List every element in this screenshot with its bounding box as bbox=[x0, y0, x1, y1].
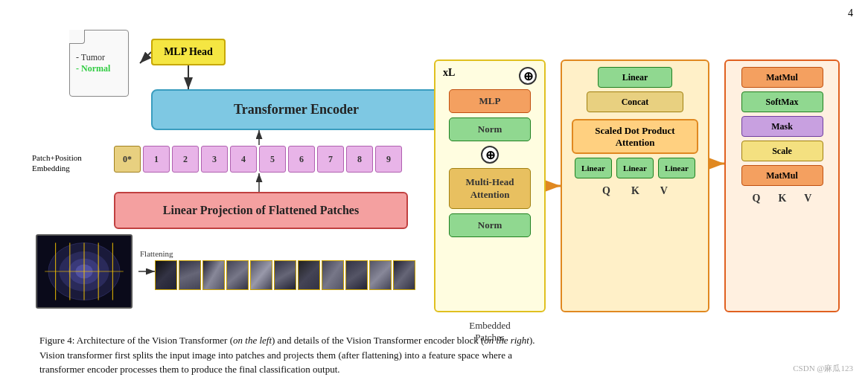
patches-row: 0* 1 2 3 4 5 6 7 8 9 bbox=[114, 146, 402, 173]
linear-projection-label: Linear Projection of Flattened Patches bbox=[163, 204, 359, 217]
linear-projection-box: Linear Projection of Flattened Patches bbox=[114, 192, 408, 229]
rd-q-label: Q bbox=[753, 193, 761, 205]
rd-matmul1: MatMul bbox=[741, 67, 823, 88]
patch-6: 6 bbox=[288, 146, 315, 173]
transformer-encoder-box: Transformer Encoder bbox=[151, 89, 441, 130]
page-number: 4 bbox=[848, 7, 853, 19]
doc-normal-text: - Normal bbox=[76, 63, 110, 74]
rd-qkv-row: Q K V bbox=[753, 193, 812, 205]
transformer-encoder-label: Transformer Encoder bbox=[234, 102, 359, 117]
flat-patch-6 bbox=[274, 260, 296, 290]
brain-image bbox=[36, 234, 133, 309]
plus-circle-top: ⊕ bbox=[519, 67, 537, 85]
mlp-head-label: MLP Head bbox=[164, 46, 213, 58]
enc-mlp-box: MLP bbox=[449, 89, 531, 113]
patch-2: 2 bbox=[172, 146, 199, 173]
flat-patch-9 bbox=[345, 260, 368, 290]
enc-mha-box: Multi-Head Attention bbox=[449, 168, 531, 209]
patch-4: 4 bbox=[230, 146, 257, 173]
flat-patch-10 bbox=[369, 260, 392, 290]
caption-text-1: Figure 4: Architecture of the Vision Tra… bbox=[39, 335, 233, 346]
sdpa-linear-top: Linear bbox=[598, 67, 672, 88]
diagram-area: - Tumor - Normal MLP Head Transformer En… bbox=[25, 15, 843, 327]
document-icon: - Tumor - Normal bbox=[69, 30, 129, 97]
rd-softmax: SoftMax bbox=[741, 91, 823, 112]
patch-9: 9 bbox=[375, 146, 402, 173]
caption-italic-1: on the left bbox=[233, 335, 272, 346]
embedded-patches-label: EmbeddedPatches bbox=[445, 320, 534, 344]
patch-position-label: Patch+PositionEmbedding bbox=[32, 152, 106, 174]
flat-patch-2 bbox=[179, 260, 201, 290]
encoder-detail-box: xL ⊕ MLP Norm ⊕ Multi-Head Attention Nor… bbox=[434, 59, 546, 312]
flattening-label: Flattening bbox=[140, 249, 173, 258]
sdpa-box: Linear Concat Scaled Dot ProductAttentio… bbox=[561, 59, 709, 312]
patch-7: 7 bbox=[317, 146, 344, 173]
doc-tumor-text: - Tumor bbox=[76, 52, 105, 63]
caption-line2: Vision transformer first splits the inpu… bbox=[39, 348, 829, 363]
patch-3: 3 bbox=[201, 146, 228, 173]
sdpa-k-label: K bbox=[631, 185, 639, 197]
flat-patch-11 bbox=[393, 260, 415, 290]
rd-v-label: V bbox=[804, 193, 811, 205]
xl-label: xL bbox=[443, 67, 455, 79]
mlp-head-box: MLP Head bbox=[151, 39, 226, 65]
figure-caption: Figure 4: Architecture of the Vision Tra… bbox=[39, 333, 829, 377]
rd-scale: Scale bbox=[741, 141, 823, 161]
sdpa-linear-q: Linear bbox=[575, 158, 612, 178]
flat-patch-8 bbox=[322, 260, 344, 290]
patch-5: 5 bbox=[259, 146, 286, 173]
sdpa-linear-row: Linear Linear Linear bbox=[575, 158, 695, 178]
svg-line-3 bbox=[140, 52, 151, 63]
rd-k-label: K bbox=[778, 193, 786, 205]
enc-norm2-box: Norm bbox=[449, 213, 531, 237]
flat-patch-4 bbox=[226, 260, 249, 290]
right-detail-box: MatMul SoftMax Mask Scale MatMul Q K V bbox=[724, 59, 840, 312]
sdpa-title-text: Scaled Dot ProductAttention bbox=[572, 119, 698, 154]
rd-mask: Mask bbox=[741, 116, 823, 137]
sdpa-linear-v: Linear bbox=[658, 158, 695, 178]
patch-1: 1 bbox=[143, 146, 170, 173]
sdpa-linear-k: Linear bbox=[616, 158, 654, 178]
flat-patch-7 bbox=[298, 260, 320, 290]
sdpa-concat-box: Concat bbox=[587, 91, 683, 112]
watermark: CSDN @麻瓜123 bbox=[793, 363, 853, 374]
patch-8: 8 bbox=[346, 146, 373, 173]
flat-patch-1 bbox=[155, 260, 177, 290]
sdpa-v-label: V bbox=[660, 185, 668, 197]
patch-0: 0* bbox=[114, 146, 141, 173]
enc-norm1-box: Norm bbox=[449, 117, 531, 141]
flat-patch-5 bbox=[250, 260, 272, 290]
caption-line3: transformer encoder processes them to pr… bbox=[39, 362, 829, 377]
rd-matmul2: MatMul bbox=[741, 165, 823, 186]
plus-circle-mid: ⊕ bbox=[481, 146, 499, 164]
flat-patch-3 bbox=[202, 260, 225, 290]
sdpa-qkv-row: Q K V bbox=[602, 185, 668, 197]
flat-patches-strip bbox=[155, 260, 415, 290]
sdpa-q-label: Q bbox=[602, 185, 610, 197]
